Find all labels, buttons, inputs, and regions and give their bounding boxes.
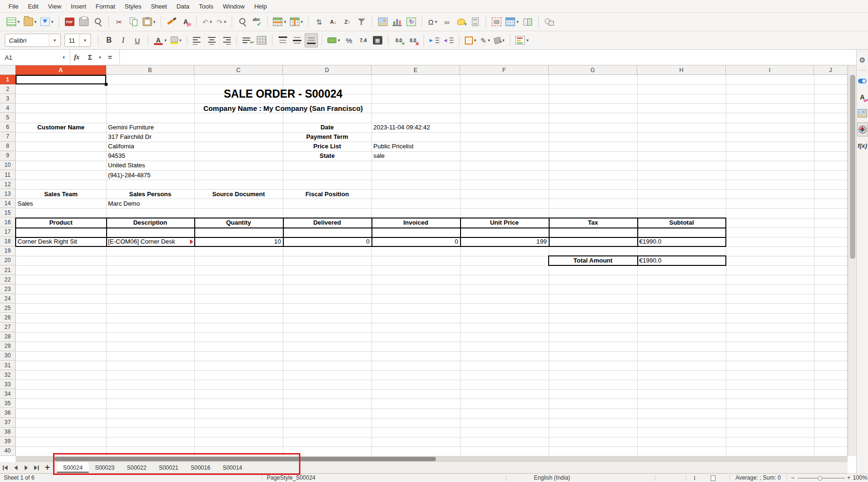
column-header-G[interactable]: G [549, 65, 637, 75]
align-top-button[interactable] [276, 33, 289, 47]
date-format-button[interactable]: ▦ [371, 33, 384, 47]
menu-file[interactable]: File [4, 1, 23, 12]
delete-decimal-place-button[interactable] [407, 33, 420, 47]
row-header-10[interactable]: 10 [0, 161, 16, 170]
font-color-dropdown-icon[interactable]: ▾ [164, 38, 167, 43]
font-color-button[interactable]: ▾ [152, 33, 168, 47]
merge-cells-button[interactable] [255, 33, 268, 47]
functions-deck-button[interactable]: f(x) [857, 138, 868, 153]
properties-deck-button[interactable] [857, 74, 868, 88]
zoom-in-button[interactable]: + [847, 474, 850, 481]
page-style[interactable]: PageStyle_S00024 [267, 474, 316, 481]
open-dropdown-icon[interactable]: ▾ [35, 19, 37, 24]
menu-edit[interactable]: Edit [23, 1, 43, 12]
currency-format-dropdown-icon[interactable]: ▾ [338, 38, 340, 43]
insert-image-button[interactable] [376, 15, 389, 29]
font-size-dropdown-icon[interactable]: ▾ [79, 34, 90, 46]
row-header-31[interactable]: 31 [0, 361, 16, 370]
row-header-27[interactable]: 27 [0, 323, 16, 332]
column-header-I[interactable]: I [726, 65, 814, 75]
cell-F18[interactable]: 199 [460, 237, 549, 246]
insert-hyperlink-button[interactable]: ∞ [440, 15, 453, 29]
print-area-button[interactable] [490, 15, 503, 29]
insert-comment-button[interactable] [454, 15, 468, 29]
formula-input-line[interactable] [119, 50, 856, 65]
previous-sheet-button[interactable] [10, 462, 21, 473]
column-dropdown-icon[interactable]: ▾ [301, 19, 303, 24]
row-header-36[interactable]: 36 [0, 409, 16, 418]
cell-B8[interactable]: California [106, 142, 194, 151]
row-header-15[interactable]: 15 [0, 208, 16, 218]
row-header-32[interactable]: 32 [0, 370, 16, 380]
cell-D9[interactable]: State [283, 151, 371, 161]
save-button[interactable]: ▾ [39, 15, 55, 29]
cell-H20[interactable]: €1990.0 [637, 256, 726, 265]
conditional-formatting-dropdown-icon[interactable]: ▾ [526, 38, 529, 43]
row-header-38[interactable]: 38 [0, 427, 16, 437]
zoom-percent[interactable]: 100% [853, 474, 868, 481]
insert-chart-button[interactable] [390, 15, 404, 29]
column-header-H[interactable]: H [637, 65, 726, 75]
cell-B7[interactable]: 317 Fairchild Dr [106, 132, 194, 142]
name-box[interactable]: A1 [0, 50, 58, 65]
menu-sheet[interactable]: Sheet [146, 1, 172, 12]
align-left-button[interactable] [191, 33, 204, 47]
cell-D13[interactable]: Fiscal Position [283, 189, 371, 199]
currency-format-button[interactable]: ▾ [326, 33, 342, 47]
font-name-combo[interactable]: Calibri▾ [5, 34, 61, 47]
row-header-39[interactable]: 39 [0, 437, 16, 446]
row-button[interactable]: ▾ [271, 15, 288, 29]
clone-formatting-button[interactable] [165, 15, 178, 29]
row-header-34[interactable]: 34 [0, 389, 16, 399]
borders-button[interactable]: ▾ [463, 33, 478, 47]
background-color-dropdown-icon[interactable]: ▾ [502, 38, 505, 43]
row-dropdown-icon[interactable]: ▾ [284, 19, 286, 24]
add-sheet-button[interactable]: + [42, 462, 53, 473]
menu-data[interactable]: Data [172, 1, 194, 12]
number-format-button[interactable]: 7.4 [357, 33, 370, 47]
print-button[interactable] [77, 15, 90, 29]
decrease-indent-button[interactable] [442, 33, 455, 47]
autofilter-button[interactable] [355, 15, 368, 29]
average-sum-status[interactable]: Average: ; Sum: 0 [705, 474, 781, 481]
row-header-2[interactable]: 2 [0, 84, 16, 94]
row-header-7[interactable]: 7 [0, 132, 16, 142]
row-header-8[interactable]: 8 [0, 142, 16, 151]
row-header-1[interactable]: 1 [0, 75, 16, 84]
cell-C18[interactable]: 10 [194, 237, 283, 246]
export-pdf-button[interactable]: PDF [63, 15, 76, 29]
headers-and-footers-button[interactable] [469, 15, 482, 29]
find-and-replace-button[interactable] [236, 15, 249, 29]
align-bottom-button[interactable] [305, 33, 318, 47]
insert-pivot-table-button[interactable]: ↻ [405, 15, 418, 29]
column-header-C[interactable]: C [194, 65, 283, 75]
borders-dropdown-icon[interactable]: ▾ [474, 38, 477, 43]
sort-ascending-button[interactable]: A↓ [326, 15, 340, 29]
menu-format[interactable]: Format [91, 1, 120, 12]
menu-view[interactable]: View [43, 1, 66, 12]
save-dropdown-icon[interactable]: ▾ [51, 19, 54, 24]
split-window-button[interactable] [521, 15, 534, 29]
vertical-scrollbar-thumb[interactable] [850, 75, 855, 259]
next-sheet-button[interactable] [21, 462, 31, 473]
row-header-12[interactable]: 12 [0, 180, 16, 189]
cell-E16[interactable]: Invoiced [371, 218, 460, 227]
highlighting-color-dropdown-icon[interactable]: ▾ [180, 38, 182, 43]
sort-button[interactable]: ⇅ [312, 15, 326, 29]
paste-dropdown-icon[interactable]: ▾ [154, 19, 156, 24]
sort-descending-button[interactable]: Z↑ [341, 15, 354, 29]
row-header-26[interactable]: 26 [0, 313, 16, 323]
spelling-button[interactable] [250, 15, 263, 29]
border-style-dropdown-icon[interactable]: ▾ [488, 38, 490, 43]
print-preview-button[interactable] [91, 15, 105, 29]
row-header-20[interactable]: 20 [0, 256, 16, 265]
show-draw-functions-button[interactable] [542, 15, 556, 29]
select-all-corner[interactable] [0, 65, 16, 75]
cell-C16[interactable]: Quantity [194, 218, 283, 227]
copy-button[interactable] [127, 15, 140, 29]
cell-A6[interactable]: Customer Name [16, 123, 106, 132]
menu-insert[interactable]: Insert [66, 1, 91, 12]
row-header-6[interactable]: 6 [0, 123, 16, 132]
navigator-deck-button[interactable] [857, 122, 868, 136]
spreadsheet-grid[interactable]: ABCDEFGHIJ123456789101112131415161718192… [0, 65, 848, 456]
